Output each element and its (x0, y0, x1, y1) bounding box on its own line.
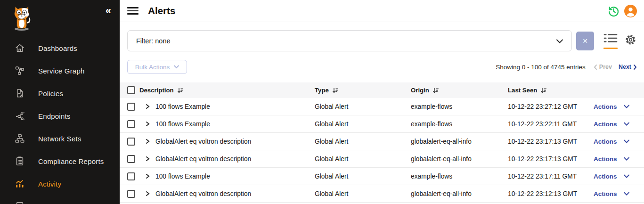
column-header-type[interactable]: Type (315, 87, 411, 94)
sort-icon (332, 88, 338, 93)
row-checkbox[interactable] (127, 120, 135, 128)
pagination: Showing 0 - 100 of 4745 entries Prev Nex… (496, 64, 636, 71)
cell-last-seen: 10-12-22 23:12:13 GMT (508, 190, 594, 197)
sort-icon (177, 88, 183, 93)
cell-description: GlobalAlert eq voltron description (155, 138, 315, 145)
chevron-down-icon (624, 139, 629, 143)
cell-description: 100 flows Example (155, 121, 315, 128)
sidebar-item-label: Endpoints (38, 112, 71, 120)
cell-origin: example-flows (411, 173, 508, 180)
settings-button[interactable] (625, 34, 636, 48)
cell-type: Global Alert (315, 138, 411, 145)
row-actions-menu[interactable]: Actions (594, 173, 644, 180)
actions-label: Actions (594, 121, 617, 128)
column-header-last-seen[interactable]: Last Seen (508, 87, 594, 94)
page-title: Alerts (148, 5, 175, 16)
row-actions-menu[interactable]: Actions (594, 121, 644, 128)
filter-row: Filter: none ✕ (127, 30, 636, 51)
cell-description: 100 flows Example (155, 103, 315, 110)
row-checkbox[interactable] (127, 138, 135, 146)
cell-description: GlobalAlert eq voltron description (155, 155, 315, 163)
cell-last-seen: 10-12-22 23:17:11 GMT (508, 173, 594, 180)
cell-origin: example-flows (411, 121, 508, 128)
chevron-right-icon (634, 65, 636, 70)
prev-label: Prev (599, 64, 612, 70)
cell-origin: globalalert-eq-all-info (411, 190, 508, 197)
table-row: 100 flows Example Global Alert example-f… (120, 115, 644, 133)
endpoints-icon (14, 110, 25, 122)
bulk-actions-button[interactable]: Bulk Actions (127, 60, 187, 74)
sidebar-collapse-button[interactable]: « (106, 6, 111, 16)
history-icon[interactable] (607, 5, 620, 17)
table-row: 100 flows Example Global Alert example-f… (120, 168, 644, 185)
sidebar-item-label: Service Graph (38, 67, 84, 75)
chevron-down-icon (624, 105, 629, 108)
cell-type: Global Alert (315, 103, 411, 110)
sidebar-item-compliance-reports[interactable]: Compliance Reports (0, 150, 120, 172)
cell-origin: globalalert-eq-all-info (411, 138, 508, 145)
expand-row-button[interactable] (139, 139, 155, 144)
row-checkbox[interactable] (127, 155, 135, 163)
expand-row-button[interactable] (139, 156, 155, 162)
service-graph-icon (14, 65, 25, 76)
close-icon: ✕ (582, 37, 588, 45)
row-actions-menu[interactable]: Actions (594, 103, 644, 110)
actions-label: Actions (594, 173, 617, 180)
activity-icon (14, 178, 25, 189)
sidebar-item-kibana[interactable]: Kibana (0, 195, 120, 204)
sidebar-item-network-sets[interactable]: Network Sets (0, 127, 120, 150)
sidebar-item-dashboards[interactable]: Dashboards (0, 37, 120, 59)
expand-row-button[interactable] (139, 173, 155, 179)
cell-last-seen: 10-12-22 23:27:12 GMT (508, 103, 594, 110)
active-view-indicator (603, 48, 618, 49)
column-header-origin[interactable]: Origin (411, 87, 508, 94)
sidebar-item-label: Network Sets (38, 135, 82, 143)
sidebar-nav: Dashboards Service Graph Policies Endpoi… (0, 37, 120, 204)
row-actions-menu[interactable]: Actions (594, 138, 644, 145)
next-page-button[interactable]: Next (619, 64, 636, 70)
cell-last-seen: 10-12-22 23:17:13 GMT (508, 155, 594, 163)
sidebar-item-activity[interactable]: Activity (0, 172, 120, 195)
cell-description: GlobalAlert eq voltron description (155, 190, 315, 197)
row-actions-menu[interactable]: Actions (594, 155, 644, 163)
sidebar: « Dashboards Service Graph Policies Endp… (0, 0, 120, 204)
chevron-right-icon (146, 191, 150, 196)
chevron-down-icon (624, 192, 629, 196)
row-checkbox[interactable] (127, 103, 135, 111)
row-actions-menu[interactable]: Actions (594, 190, 644, 197)
menu-toggle-icon[interactable] (127, 5, 139, 16)
expand-row-button[interactable] (139, 191, 155, 196)
sidebar-item-service-graph[interactable]: Service Graph (0, 59, 120, 82)
sort-icon (432, 88, 439, 93)
row-checkbox[interactable] (127, 190, 135, 198)
select-all-checkbox[interactable] (127, 86, 135, 94)
filter-select[interactable]: Filter: none (127, 30, 572, 51)
top-bar: Alerts (120, 0, 644, 22)
sidebar-item-label: Dashboards (38, 44, 77, 52)
list-view-toggle[interactable] (603, 33, 618, 49)
chevron-down-icon (624, 122, 629, 126)
user-avatar[interactable] (624, 5, 637, 17)
cell-origin: example-flows (411, 103, 508, 110)
cell-type: Global Alert (315, 155, 411, 163)
sidebar-item-label: Compliance Reports (38, 157, 104, 165)
column-header-description[interactable]: Description (139, 87, 315, 94)
table-body: 100 flows Example Global Alert example-f… (120, 98, 644, 203)
main-content: Alerts Filter: none (120, 0, 644, 204)
sidebar-item-policies[interactable]: Policies (0, 82, 120, 105)
network-sets-icon (14, 133, 25, 144)
cell-last-seen: 10-12-22 23:22:11 GMT (508, 121, 594, 128)
sidebar-item-endpoints[interactable]: Endpoints (0, 105, 120, 127)
prev-page-button[interactable]: Prev (594, 64, 612, 70)
expand-row-button[interactable] (139, 104, 155, 109)
actions-label: Actions (594, 103, 617, 110)
table-header: Description Type Origin Last Seen (120, 82, 644, 98)
chevron-down-icon (624, 174, 629, 178)
showing-entries-text: Showing 0 - 100 of 4745 entries (496, 64, 586, 71)
sidebar-item-label: Activity (38, 180, 61, 188)
clear-filter-button[interactable]: ✕ (576, 32, 594, 50)
table-row: 100 flows Example Global Alert example-f… (120, 98, 644, 115)
expand-row-button[interactable] (139, 121, 155, 127)
row-checkbox[interactable] (127, 172, 135, 180)
sidebar-item-label: Kibana (38, 203, 61, 204)
